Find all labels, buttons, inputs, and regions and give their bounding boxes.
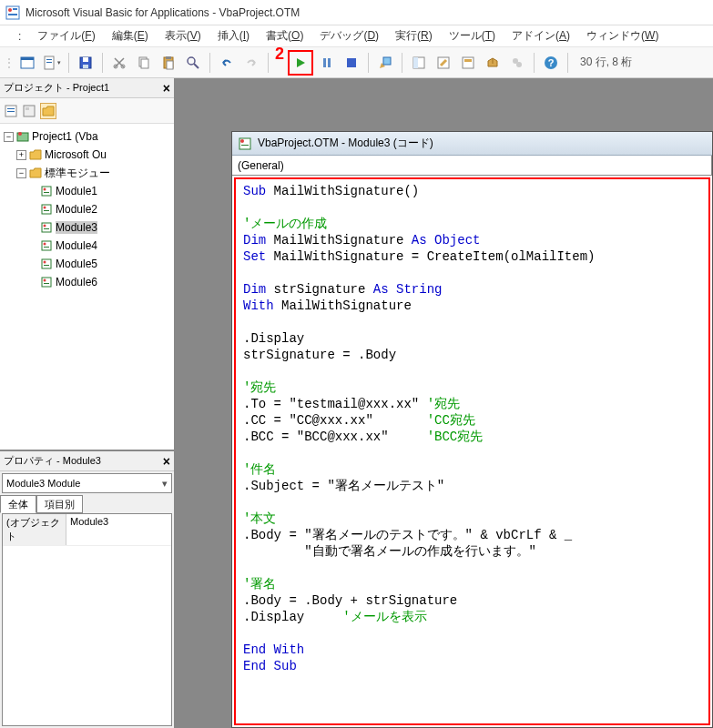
find-button[interactable] xyxy=(182,52,204,74)
view-outlook-button[interactable] xyxy=(16,52,38,74)
svg-rect-18 xyxy=(167,61,173,69)
svg-rect-61 xyxy=(241,145,249,146)
svg-point-48 xyxy=(44,225,46,228)
code-window: VbaProject.OTM - Module3 (コード) (General)… xyxy=(231,131,713,728)
module-icon xyxy=(238,136,252,151)
view-object-button[interactable] xyxy=(22,104,36,118)
insert-module-button[interactable]: ▾ xyxy=(41,52,63,74)
module-icon xyxy=(39,275,54,289)
module-icon xyxy=(39,220,54,235)
object-browser-button[interactable] xyxy=(457,52,479,74)
svg-rect-17 xyxy=(166,56,171,59)
tree-project-root[interactable]: − Project1 (Vba xyxy=(4,127,170,146)
titlebar: Microsoft Visual Basic for Applications … xyxy=(0,0,713,25)
menu-i[interactable]: 挿入(I) xyxy=(210,26,257,46)
tree-std-modules[interactable]: − 標準モジュー xyxy=(4,164,170,182)
code-window-title: VbaProject.OTM - Module3 (コード) xyxy=(258,136,433,151)
svg-line-20 xyxy=(194,64,199,68)
svg-point-40 xyxy=(18,132,22,136)
tab-order-button[interactable] xyxy=(506,52,528,74)
tree-module-module4[interactable]: Module4 xyxy=(4,237,170,255)
tree-module-module3[interactable]: Module3 xyxy=(4,218,170,237)
dropdown-text: (General) xyxy=(238,159,284,172)
svg-rect-2 xyxy=(13,8,17,10)
break-button[interactable] xyxy=(316,52,338,74)
menu-r[interactable]: 実行(R) xyxy=(388,26,440,46)
expander-icon[interactable]: − xyxy=(16,168,26,178)
svg-point-19 xyxy=(188,57,195,65)
properties-grid[interactable]: (オブジェクト Module3 xyxy=(2,513,172,726)
tree-ms-outlook[interactable]: + Microsoft Ou xyxy=(4,146,170,164)
menu-o[interactable]: 書式(O) xyxy=(259,26,311,46)
expander-icon[interactable]: + xyxy=(16,150,26,160)
project-tree[interactable]: − Project1 (Vba + Microsoft Ou − 標準モジュー … xyxy=(0,124,174,451)
code-window-titlebar[interactable]: VbaProject.OTM - Module3 (コード) xyxy=(232,132,712,156)
svg-point-42 xyxy=(44,188,46,191)
menu-a[interactable]: アドイン(A) xyxy=(504,26,577,46)
tree-module-module1[interactable]: Module1 xyxy=(4,182,170,200)
tree-label: Module3 xyxy=(56,221,97,234)
toolbox-button[interactable] xyxy=(482,52,504,74)
tree-label: Project1 (Vba xyxy=(32,130,98,143)
mdi-area: VbaProject.OTM - Module3 (コード) (General)… xyxy=(175,78,713,728)
reset-button[interactable] xyxy=(341,52,362,74)
tree-label: Module4 xyxy=(56,239,97,252)
code-dropdown-bar: (General) xyxy=(232,156,712,176)
run-button[interactable] xyxy=(288,50,313,76)
menu-f[interactable]: ファイル(F) xyxy=(30,26,102,46)
tree-module-module2[interactable]: Module2 xyxy=(4,200,170,218)
tree-module-module6[interactable]: Module6 xyxy=(4,273,170,291)
project-explorer-button[interactable] xyxy=(408,52,430,74)
menu-e[interactable]: 編集(E) xyxy=(105,26,156,46)
tree-label: 標準モジュー xyxy=(45,166,110,181)
svg-point-31 xyxy=(516,62,522,67)
svg-text:?: ? xyxy=(548,57,555,68)
svg-rect-24 xyxy=(383,57,391,65)
menu-w[interactable]: ウィンドウ(W) xyxy=(579,26,666,46)
svg-rect-11 xyxy=(83,65,88,68)
object-dropdown[interactable]: (General) xyxy=(232,156,712,175)
undo-button[interactable] xyxy=(216,52,238,74)
properties-close-icon[interactable]: × xyxy=(163,454,170,469)
module-icon xyxy=(39,257,54,271)
properties-button[interactable] xyxy=(433,52,454,74)
code-editor[interactable]: 1 Sub MailWithSignature() 'メールの作成 Dim Ma… xyxy=(234,177,710,725)
menu-t[interactable]: ツール(T) xyxy=(442,26,503,46)
left-panels: プロジェクト - Project1 × − Project1 (Vba + Mi… xyxy=(0,78,175,728)
prop-name: (オブジェクト xyxy=(3,514,66,545)
dropdown-value: Module3 Module xyxy=(6,478,80,489)
svg-point-45 xyxy=(44,207,46,209)
properties-pane-title: プロパティ - Module3 × xyxy=(0,451,174,471)
cut-button[interactable] xyxy=(108,52,130,74)
project-pane-close-icon[interactable]: × xyxy=(163,81,170,96)
property-row[interactable]: (オブジェクト Module3 xyxy=(3,514,171,546)
redo-button[interactable] xyxy=(240,52,262,74)
svg-point-60 xyxy=(240,139,244,143)
copy-button[interactable] xyxy=(133,52,155,74)
toggle-folders-button[interactable] xyxy=(40,103,56,119)
tree-module-module5[interactable]: Module5 xyxy=(4,255,170,273)
tree-label: Module1 xyxy=(56,185,97,197)
paste-button[interactable] xyxy=(158,52,179,74)
marker-2-label: 2 xyxy=(275,45,284,64)
project-toolbar xyxy=(0,98,174,124)
tab-categorized[interactable]: 項目別 xyxy=(36,495,83,513)
design-mode-button[interactable] xyxy=(374,52,396,74)
svg-rect-43 xyxy=(44,192,49,193)
svg-rect-47 xyxy=(42,223,51,232)
menu-v[interactable]: 表示(V) xyxy=(158,26,209,46)
cursor-position: 30 行, 8 桁 xyxy=(580,55,632,70)
expander-icon[interactable]: − xyxy=(4,132,14,142)
menu-d[interactable]: デバッグ(D) xyxy=(312,26,386,46)
help-button[interactable]: ? xyxy=(540,52,562,74)
prop-value[interactable]: Module3 xyxy=(66,514,171,545)
svg-rect-56 xyxy=(42,278,51,287)
view-code-button[interactable] xyxy=(4,104,18,118)
project-icon xyxy=(15,129,30,144)
save-button[interactable] xyxy=(75,52,97,74)
properties-object-dropdown[interactable]: Module3 Module xyxy=(2,473,172,493)
tab-all[interactable]: 全体 xyxy=(0,495,36,513)
code-text[interactable]: Sub MailWithSignature() 'メールの作成 Dim Mail… xyxy=(236,179,708,678)
tree-label: Module6 xyxy=(56,276,97,288)
module-icon xyxy=(39,202,54,217)
